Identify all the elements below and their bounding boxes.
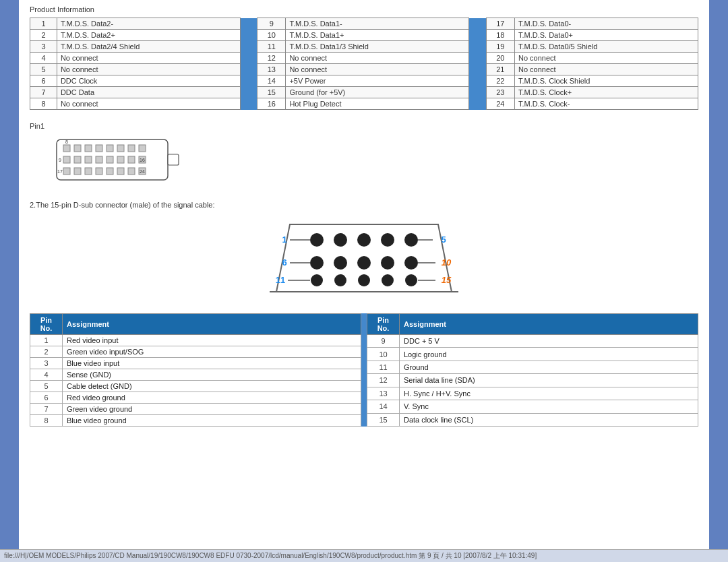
table-row: 15Data clock line (SCL) [367, 413, 698, 426]
pin-number: 6 [30, 392, 63, 404]
dvi-table-row: 6DDC Clock14+5V Power22T.M.D.S. Clock Sh… [30, 75, 698, 87]
svg-text:17: 17 [57, 169, 63, 174]
pin-assignment: H. Sync / H+V. Sync [400, 387, 698, 400]
table-row: 9DDC + 5 V [367, 335, 698, 348]
dvi-cell: 24 [486, 98, 514, 110]
svg-point-43 [334, 274, 346, 286]
pin-number: 7 [30, 404, 63, 415]
main-content: Product Information 1T.M.D.S. Data2-9T.M… [19, 0, 709, 562]
dvi-cell: 21 [486, 64, 514, 75]
right-pin-no-header: Pin No. [367, 314, 400, 335]
svg-rect-9 [63, 156, 70, 163]
svg-rect-5 [107, 145, 113, 152]
svg-point-36 [404, 233, 418, 247]
svg-rect-23 [128, 168, 135, 175]
dvi-cell: Hot Plug Detect [286, 98, 469, 110]
svg-text:15: 15 [442, 275, 452, 285]
pin-assignment: V. Sync [400, 400, 698, 413]
dvi-cell: No connect [57, 64, 240, 75]
dvi-cell: 2 [30, 30, 57, 41]
dvi-cell: T.M.D.S. Clock Shield [514, 75, 698, 87]
pin-assignment: Red video ground [63, 392, 361, 404]
pin-table-right: Pin No. Assignment 9DDC + 5 V10Logic gro… [367, 313, 698, 427]
svg-text:8: 8 [65, 139, 68, 144]
dvi-cell [240, 87, 257, 98]
dvi-cell: T.M.D.S. Data2+ [57, 30, 240, 41]
table-row: 6Red video ground [30, 392, 361, 404]
svg-rect-2 [74, 145, 81, 152]
dvi-cell [240, 53, 257, 64]
svg-text:11: 11 [276, 275, 285, 285]
table-row: 2Green video input/SOG [30, 346, 361, 358]
svg-point-32 [310, 233, 324, 247]
dvi-cell [469, 30, 486, 41]
dvi-cell: T.M.D.S. Data2/4 Shield [57, 41, 240, 53]
dvi-table-row: 8No connect16Hot Plug Detect24T.M.D.S. C… [30, 98, 698, 110]
dvi-cell [469, 75, 486, 87]
left-sidebar-bar [0, 0, 19, 562]
dvi-cell: T.M.D.S. Data2- [57, 18, 240, 30]
left-assignment-header: Assignment [63, 314, 361, 335]
dvi-connector-svg: 8 9 16 17 24 [43, 133, 185, 187]
dvi-cell: 22 [486, 75, 514, 87]
dvi-cell: No connect [286, 53, 469, 64]
dvi-cell: T.M.D.S. Data1+ [286, 30, 469, 41]
footer-bar: file:///H|/OEM MODELS/Philips 2007/CD Ma… [0, 549, 728, 562]
vga-section: 2.The 15-pin D-sub connector (male) of t… [30, 201, 698, 304]
svg-text:16: 16 [140, 158, 145, 162]
svg-rect-14 [117, 156, 124, 163]
svg-text:5: 5 [441, 235, 446, 245]
table-row: 11Ground [367, 361, 698, 373]
pin-assignment: Sense (GND) [63, 369, 361, 381]
pin-assignment: Green video input/SOG [63, 346, 361, 358]
dvi-cell: +5V Power [286, 75, 469, 87]
vga-connector-wrapper: 1 6 11 5 10 15 [30, 214, 698, 304]
pin-assignment: Red video input [63, 335, 361, 346]
dvi-cell: T.M.D.S. Data0- [514, 18, 698, 30]
dvi-cell: 23 [486, 87, 514, 98]
svg-point-37 [310, 256, 324, 270]
pin-number: 8 [30, 415, 63, 427]
dvi-cell: 19 [486, 41, 514, 53]
right-assignment-header: Assignment [400, 314, 698, 335]
pin-assignment: Cable detect (GND) [63, 381, 361, 392]
dvi-cell: No connect [57, 98, 240, 110]
svg-rect-17 [63, 168, 70, 175]
dvi-cell [469, 98, 486, 110]
dvi-table-row: 5No connect13No connect21No connect [30, 64, 698, 75]
svg-text:24: 24 [140, 169, 145, 174]
table-row: 12Serial data line (SDA) [367, 374, 698, 387]
pin-number: 13 [367, 387, 400, 400]
dvi-table-row: 4No connect12No connect20No connect [30, 53, 698, 64]
svg-rect-10 [74, 156, 81, 163]
svg-point-46 [405, 274, 417, 286]
dvi-cell [240, 75, 257, 87]
pin-number: 10 [367, 348, 400, 361]
dvi-pin-table: 1T.M.D.S. Data2-9T.M.D.S. Data1-17T.M.D.… [30, 18, 698, 110]
dvi-cell: 13 [257, 64, 286, 75]
dvi-cell [469, 64, 486, 75]
dvi-cell: No connect [514, 53, 698, 64]
svg-point-41 [404, 256, 418, 270]
dvi-cell [469, 53, 486, 64]
table-row: 1Red video input [30, 335, 361, 346]
dvi-table-row: 1T.M.D.S. Data2-9T.M.D.S. Data1-17T.M.D.… [30, 18, 698, 30]
svg-rect-18 [74, 168, 81, 175]
svg-point-39 [357, 256, 371, 270]
dvi-cell [469, 18, 486, 30]
svg-rect-6 [117, 145, 124, 152]
table-row: 4Sense (GND) [30, 369, 361, 381]
dvi-cell: T.M.D.S. Data0/5 Shield [514, 41, 698, 53]
pin-assignment: Serial data line (SDA) [400, 374, 698, 387]
footer-text: file:///H|/OEM MODELS/Philips 2007/CD Ma… [4, 552, 537, 559]
pin-assignment: Data clock line (SCL) [400, 413, 698, 426]
pin-assignment: Green video ground [63, 404, 361, 415]
svg-rect-3 [85, 145, 92, 152]
dvi-cell: DDC Clock [57, 75, 240, 87]
table-row: 14V. Sync [367, 400, 698, 413]
pin-number: 5 [30, 381, 63, 392]
svg-point-33 [334, 233, 347, 247]
dvi-cell [240, 30, 257, 41]
dvi-cell: 3 [30, 41, 57, 53]
pin-number: 1 [30, 335, 63, 346]
